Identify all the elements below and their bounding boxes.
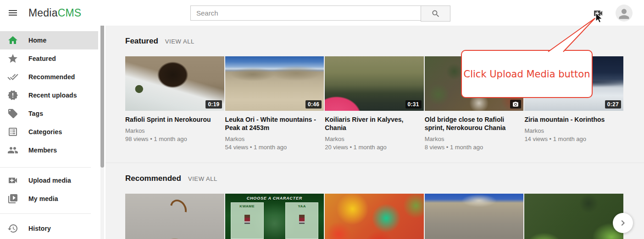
video-thumbnail[interactable]: [325, 194, 424, 239]
sidebar-item-label: Recent uploads: [28, 92, 77, 99]
media-author[interactable]: Markos: [325, 136, 424, 142]
carousel-next-button[interactable]: [613, 213, 633, 233]
media-card: 0:31 Koiliaris River in Kalyves, Chania …: [325, 56, 424, 151]
sidebar-item-label: Home: [28, 37, 46, 44]
video-thumbnail[interactable]: CHOOSE A CHARACTER KWAME Selected YAA Se…: [225, 194, 324, 239]
history-icon: [7, 223, 18, 234]
video-thumbnail[interactable]: [524, 194, 623, 239]
thumbnail-overlay-panel: YAA Select: [285, 202, 318, 239]
media-title[interactable]: Koiliaris River in Kalyves, Chania: [325, 115, 424, 132]
camera-icon: [512, 101, 519, 108]
star-icon: [7, 53, 18, 64]
video-thumbnail[interactable]: 0:31: [325, 56, 424, 111]
media-card: 0:19 Rafioli Sprint in Nerokourou Markos…: [125, 56, 224, 151]
media-card: 0:46 Leuka Ori - White mountains - Peak …: [225, 56, 324, 151]
sidebar-scrollbar-thumb[interactable]: [100, 23, 104, 168]
thumbnail-overlay-text: KWAME: [231, 204, 263, 208]
sidebar-item-categories[interactable]: Categories: [0, 123, 98, 141]
duration-badge: 0:27: [605, 100, 621, 109]
media-title[interactable]: Ziria mountain - Korinthos: [524, 115, 623, 124]
sidebar-divider: [0, 167, 91, 168]
media-author[interactable]: Markos: [125, 127, 224, 134]
tutorial-callout: Click Upload Media button: [461, 50, 593, 98]
sidebar-item-label: History: [28, 225, 51, 232]
sidebar-item-label: Members: [28, 147, 57, 154]
sidebar-item-recommended[interactable]: Recommended: [0, 68, 98, 86]
video-thumbnail[interactable]: [425, 194, 524, 239]
media-meta: 20 views • 1 month ago: [325, 144, 424, 151]
media-author[interactable]: Markos: [425, 136, 524, 142]
video-thumbnail[interactable]: 0:19: [125, 56, 224, 111]
media-meta: 14 views • 1 month ago: [524, 136, 623, 142]
featured-view-all-link[interactable]: VIEW ALL: [165, 38, 194, 45]
camera-badge: [510, 100, 521, 109]
media-author[interactable]: Markos: [524, 127, 623, 134]
sidebar-item-label: Categories: [28, 128, 62, 136]
list-alt-icon: [7, 126, 18, 137]
sidebar-item-history[interactable]: History: [0, 219, 98, 238]
duration-badge: 0:31: [405, 100, 422, 109]
recommended-cards-row: CHOOSE A CHARACTER KWAME Selected YAA Se…: [125, 194, 623, 239]
new-releases-icon: [7, 90, 18, 101]
sidebar-item-recent-uploads[interactable]: Recent uploads: [0, 86, 98, 104]
sidebar-item-featured[interactable]: Featured: [0, 49, 98, 68]
media-card: CHOOSE A CHARACTER KWAME Selected YAA Se…: [225, 194, 324, 239]
sidebar-item-my-media[interactable]: My media: [0, 190, 98, 208]
media-card: [425, 194, 524, 239]
brand-cms: CMS: [58, 7, 82, 19]
search-form: [190, 5, 450, 21]
thumbnail-overlay-text: CHOOSE A CHARACTER: [225, 196, 324, 201]
recommended-section-header: Recommended VIEW ALL: [125, 174, 623, 183]
sidebar-item-label: Featured: [28, 55, 56, 62]
callout-pointer-arrow: [541, 14, 601, 55]
mouse-cursor: [595, 12, 604, 24]
sidebar-item-home[interactable]: Home: [0, 31, 98, 49]
brand-logo[interactable]: MediaCMS: [28, 0, 81, 26]
video-thumbnail[interactable]: [125, 194, 224, 239]
tag-icon: [7, 108, 18, 119]
home-icon: [7, 35, 18, 46]
double-check-icon: [7, 71, 18, 82]
video-library-icon: [7, 193, 18, 204]
hamburger-menu-icon[interactable]: [6, 7, 19, 18]
search-button[interactable]: [421, 5, 450, 22]
media-author[interactable]: Markos: [225, 136, 324, 142]
sidebar-nav: Home Featured Recommended Recent uploads…: [0, 26, 105, 238]
media-title[interactable]: Rafioli Sprint in Nerokourou: [125, 115, 224, 124]
media-card: [325, 194, 424, 239]
sidebar-item-label: Upload media: [28, 177, 71, 184]
video-call-icon: [7, 175, 18, 186]
sidebar-item-tags[interactable]: Tags: [0, 104, 98, 123]
media-title[interactable]: Leuka Ori - White mountains - Peak at 24…: [225, 115, 324, 132]
media-card: [524, 194, 623, 239]
chevron-right-icon: [617, 217, 628, 228]
sidebar-divider: [0, 213, 91, 214]
recommended-section: Recommended VIEW ALL CHOOSE A CHARACTER …: [105, 163, 644, 239]
sidebar-item-members[interactable]: Members: [0, 141, 98, 159]
user-avatar[interactable]: [616, 5, 633, 22]
thumbnail-overlay-panel: KWAME Selected: [231, 202, 264, 239]
tutorial-callout-text: Click Upload Media button: [464, 69, 590, 80]
sidebar-item-label: Recommended: [28, 73, 75, 81]
search-input[interactable]: [190, 5, 421, 21]
media-meta: 54 views • 1 month ago: [225, 144, 324, 151]
sidebar: Home Featured Recommended Recent uploads…: [0, 26, 105, 239]
media-title[interactable]: Old bridge close to Rafioli sprint, Nero…: [425, 115, 524, 132]
people-icon: [7, 145, 18, 156]
section-title-recommended: Recommended: [125, 174, 181, 183]
thumbnail-character-figure: [299, 215, 305, 224]
section-title-featured: Featured: [125, 37, 158, 46]
thumbnail-character-figure: [244, 215, 250, 224]
video-thumbnail[interactable]: 0:46: [225, 56, 324, 111]
recommended-view-all-link[interactable]: VIEW ALL: [188, 175, 217, 182]
thumbnail-overlay-text: YAA: [286, 204, 318, 208]
duration-badge: 0:46: [305, 100, 322, 109]
duration-badge: 0:19: [205, 100, 222, 109]
media-meta: 98 views • 1 month ago: [125, 136, 224, 142]
search-icon: [431, 9, 440, 18]
media-card: [125, 194, 224, 239]
person-icon: [616, 6, 632, 22]
sidebar-item-label: Tags: [28, 110, 43, 117]
sidebar-item-upload-media[interactable]: Upload media: [0, 171, 98, 190]
media-meta: 8 views • 1 month ago: [425, 144, 524, 151]
